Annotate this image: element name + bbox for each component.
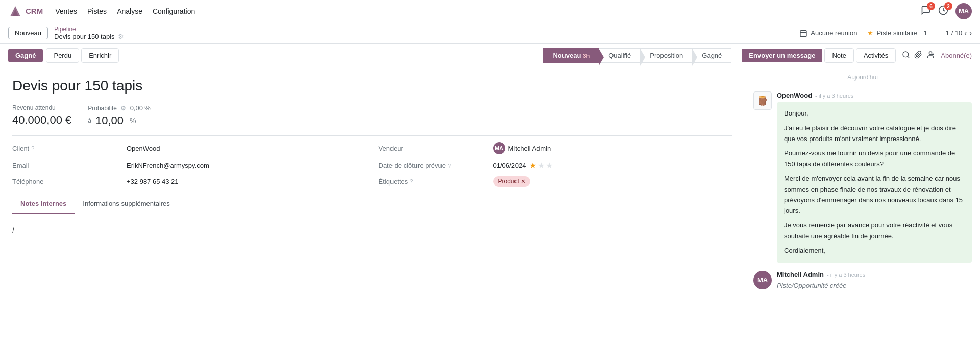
a-label: à — [88, 117, 91, 124]
notes-content[interactable]: / — [12, 222, 732, 253]
send-message-button[interactable]: Envoyer un message — [742, 49, 822, 62]
record-fields: Client ? OpenWood Vendeur MA Mitchell Ad… — [12, 135, 732, 187]
email-value[interactable]: ErikNFrench@armyspy.com — [127, 160, 366, 170]
email-label: Email — [12, 160, 114, 170]
piste-similaire-button[interactable]: ★ Piste similaire 1 — [867, 29, 927, 37]
note-button[interactable]: Note — [824, 48, 853, 63]
clock-icon-btn[interactable]: 2 — [938, 5, 948, 17]
app-logo[interactable]: CRM — [8, 4, 43, 18]
record-tabs: Notes internes Informations supplémentai… — [12, 195, 732, 214]
openwood-message-body: OpenWood - il y a 3 heures Bonjour, J'ai… — [777, 91, 972, 263]
topnav-right: 6 2 MA — [921, 3, 972, 19]
stage-proposition[interactable]: Proposition — [640, 48, 693, 63]
chat-icon-btn[interactable]: 6 — [921, 5, 931, 17]
mitchell-message-header: Mitchell Admin - il y a 3 heures — [777, 271, 972, 279]
mitchell-message-text: Piste/Opportunité créée — [777, 282, 972, 289]
user-add-icon[interactable] — [926, 51, 935, 61]
openwood-para-5: Cordialement, — [784, 246, 965, 257]
nav-ventes[interactable]: Ventes — [55, 7, 77, 15]
activities-button[interactable]: Activités — [856, 48, 896, 63]
breadcrumb-actions: Aucune réunion ★ Piste similaire 1 — [799, 29, 927, 37]
record-title: Devis pour 150 tapis — [12, 78, 732, 94]
openwood-para-0: Bonjour, — [784, 108, 965, 119]
openwood-time: - il y a 3 heures — [815, 93, 853, 99]
nav-analyse[interactable]: Analyse — [117, 7, 142, 15]
lost-button[interactable]: Perdu — [46, 48, 79, 63]
chatter-messages: 🪵 OpenWood - il y a 3 heures Bonjour, J'… — [745, 91, 980, 346]
svg-rect-3 — [800, 30, 806, 36]
date-label: Date de clôture prévue ? — [379, 160, 481, 170]
openwood-author: OpenWood — [777, 91, 812, 99]
breadcrumb: Pipeline Devis pour 150 tapis ⚙ — [54, 26, 124, 40]
telephone-value[interactable]: +32 987 65 43 21 — [127, 176, 366, 187]
svg-point-9 — [929, 52, 932, 54]
openwood-message-header: OpenWood - il y a 3 heures — [777, 91, 972, 99]
mitchell-time: - il y a 3 heures — [827, 272, 865, 278]
app-name: CRM — [26, 7, 43, 15]
enrich-button[interactable]: Enrichir — [81, 48, 119, 63]
etiquettes-label: Étiquettes ? — [379, 176, 481, 187]
star-1[interactable]: ★ — [529, 160, 536, 170]
pipeline-link[interactable]: Pipeline — [54, 26, 124, 33]
subscriber-button[interactable]: Abonné(e) — [941, 52, 972, 59]
stage-proposition-label: Proposition — [650, 52, 683, 59]
attachment-icon[interactable] — [914, 51, 922, 61]
proba-gear-icon[interactable]: ⚙ — [120, 105, 126, 112]
breadcrumb-bar: Nouveau Pipeline Devis pour 150 tapis ⚙ … — [0, 22, 980, 44]
chat-badge: 6 — [927, 2, 935, 10]
stage-gagne-label: Gagné — [702, 52, 722, 59]
star-3[interactable]: ★ — [546, 160, 553, 170]
tab-informations-supplementaires[interactable]: Informations supplémentaires — [75, 195, 178, 214]
product-tag: Product × — [493, 176, 531, 187]
meeting-button[interactable]: Aucune réunion — [799, 29, 857, 37]
stage-nouveau[interactable]: Nouveau 3h — [543, 48, 599, 63]
stage-qualifie[interactable]: Qualifié — [599, 48, 641, 63]
stage-nouveau-label: Nouveau — [553, 52, 581, 59]
main-content: Devis pour 150 tapis Revenu attendu 40.0… — [0, 67, 980, 346]
main-nav: Ventes Pistes Analyse Configuration — [55, 7, 195, 15]
star-2[interactable]: ★ — [537, 160, 545, 170]
openwood-message-bubble: Bonjour, J'ai eu le plaisir de découvrir… — [777, 102, 972, 263]
pagination-text: 1 / 10 — [946, 29, 963, 37]
tab-notes-internes[interactable]: Notes internes — [12, 195, 75, 214]
left-panel: Devis pour 150 tapis Revenu attendu 40.0… — [0, 67, 745, 346]
a-value[interactable]: 10,00 — [95, 114, 124, 127]
next-record-button[interactable]: › — [969, 29, 972, 38]
client-value[interactable]: OpenWood — [127, 142, 366, 154]
openwood-avatar: 🪵 — [753, 91, 772, 110]
prev-record-button[interactable]: ‹ — [964, 29, 967, 38]
pipeline-stages: Nouveau 3h Qualifié Proposition Gagné — [543, 48, 731, 63]
user-avatar[interactable]: MA — [955, 3, 972, 19]
mitchell-author: Mitchell Admin — [777, 271, 824, 279]
client-help-icon[interactable]: ? — [31, 145, 34, 151]
revenu-field: Revenu attendu 40.000,00 € — [12, 104, 71, 127]
search-icon[interactable] — [902, 51, 910, 61]
won-button[interactable]: Gagné — [8, 49, 43, 62]
nav-configuration[interactable]: Configuration — [153, 7, 195, 15]
telephone-label: Téléphone — [12, 176, 114, 187]
chatter-divider — [753, 85, 972, 85]
breadcrumb-title: Devis pour 150 tapis — [54, 33, 115, 40]
top-fields: Revenu attendu 40.000,00 € Probabilité ⚙… — [12, 104, 732, 127]
message-openwood: 🪵 OpenWood - il y a 3 heures Bonjour, J'… — [753, 91, 972, 263]
mitchell-avatar: MA — [753, 271, 772, 289]
revenu-value[interactable]: 40.000,00 € — [12, 113, 71, 127]
nav-pistes[interactable]: Pistes — [87, 7, 107, 15]
record-pagination: 1 / 10 ‹ › — [946, 29, 972, 38]
new-button[interactable]: Nouveau — [8, 27, 48, 39]
date-help-icon[interactable]: ? — [448, 163, 451, 169]
svg-line-8 — [908, 56, 909, 58]
piste-label: Piste similaire — [876, 29, 917, 37]
proba-field: Probabilité ⚙ 0,00 % à 10,00 % — [88, 104, 151, 127]
vendeur-value: MA Mitchell Admin — [493, 142, 733, 154]
stage-nouveau-badge: 3h — [583, 53, 590, 59]
gear-icon[interactable]: ⚙ — [118, 33, 124, 40]
openwood-para-4: Je vous remercie par avance pour votre r… — [784, 220, 965, 242]
revenu-label: Revenu attendu — [12, 104, 71, 111]
star-icon: ★ — [867, 29, 873, 37]
tag-remove-button[interactable]: × — [521, 177, 525, 186]
priority-stars: ★ ★ ★ — [529, 160, 553, 170]
right-actions: Envoyer un message Note Activités Abonné… — [742, 48, 972, 63]
stage-gagne[interactable]: Gagné — [692, 48, 731, 63]
etiquettes-help-icon[interactable]: ? — [410, 178, 413, 184]
